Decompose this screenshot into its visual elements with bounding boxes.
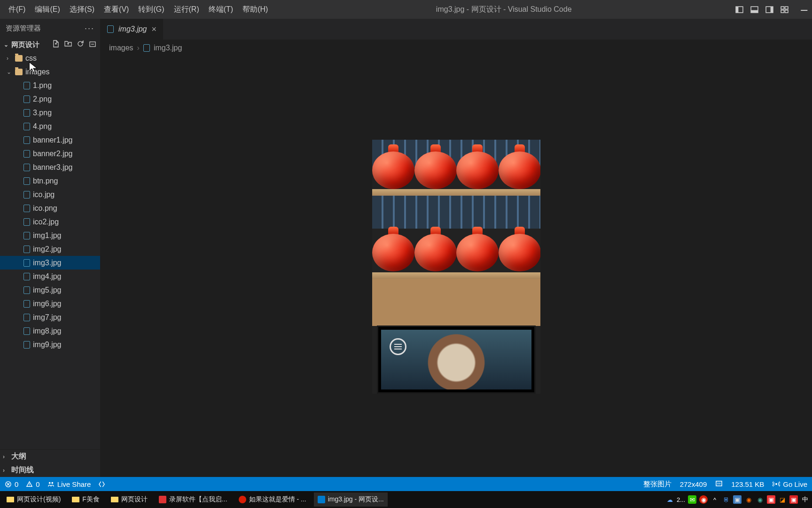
menu-help[interactable]: 帮助(H) (238, 2, 273, 17)
windows-taskbar: 网页设计(视频)F美食网页设计录屏软件【点我启...如果这就是爱情 - ...i… (0, 491, 812, 508)
tray-app3-icon[interactable]: ◉ (756, 495, 764, 504)
menu-icon (390, 338, 406, 355)
tray-app1-icon[interactable]: ▣ (733, 495, 742, 504)
taskbar-item[interactable]: 网页设计 (107, 492, 151, 507)
file-img2-jpg[interactable]: img2.jpg (0, 242, 100, 256)
svg-rect-7 (785, 7, 788, 9)
tray-shield-icon[interactable]: ⛨ (722, 495, 730, 504)
tray-cloud-icon[interactable]: ☁ (665, 495, 674, 504)
folder-icon (7, 497, 14, 502)
breadcrumb-file[interactable]: img3.jpg (154, 44, 182, 52)
explorer-sidebar: 资源管理器 ··· ⌄ 网页设计 › css ⌄ images (0, 19, 101, 477)
file-img3-jpg[interactable]: img3.jpg (0, 256, 100, 270)
status-filesize: 123.51 KB (731, 480, 764, 488)
breadcrumb[interactable]: images › img3.jpg (101, 40, 812, 56)
svg-rect-1 (736, 7, 738, 13)
tray-wechat-icon[interactable]: ✉ (688, 495, 696, 504)
tray-app6-icon[interactable]: ▣ (789, 495, 798, 504)
image-viewer[interactable] (101, 56, 812, 477)
svg-point-12 (49, 482, 51, 484)
folder-images[interactable]: ⌄ images (0, 65, 100, 79)
image-file-icon (23, 218, 30, 226)
collapse-icon[interactable] (89, 40, 96, 49)
tray-time[interactable]: 2... (677, 495, 685, 504)
close-icon[interactable]: × (151, 24, 156, 34)
tray-chevron-icon[interactable]: ^ (710, 495, 719, 504)
tab-img3[interactable]: img3.jpg × (101, 19, 163, 40)
file-1-png[interactable]: 1.png (0, 79, 100, 92)
file-ico2-jpg[interactable]: ico2.jpg (0, 215, 100, 229)
menu-view[interactable]: 查看(V) (99, 2, 133, 17)
status-bar: 0 0 Live Share 整张图片 272x409 123.51 KB Go… (0, 477, 812, 491)
file-ico-jpg[interactable]: ico.jpg (0, 188, 100, 201)
file-btn-png[interactable]: btn.png (0, 174, 100, 188)
menu-run[interactable]: 运行(R) (169, 2, 204, 17)
tray-app4-icon[interactable]: ▣ (767, 495, 775, 504)
toggle-secondary-sidebar-icon[interactable] (765, 5, 773, 14)
status-warnings[interactable]: 0 (26, 480, 39, 488)
tray-app2-icon[interactable]: ◉ (744, 495, 753, 504)
file-img5-jpg[interactable]: img5.jpg (0, 283, 100, 297)
file-img8-jpg[interactable]: img8.jpg (0, 324, 100, 338)
file-img7-jpg[interactable]: img7.jpg (0, 310, 100, 324)
tray-netease-icon[interactable]: ◉ (699, 495, 708, 504)
chevron-right-icon: › (3, 467, 8, 474)
file-img4-jpg[interactable]: img4.jpg (0, 270, 100, 283)
taskbar-item[interactable]: img3.jpg - 网页设... (314, 492, 388, 507)
window-title: img3.jpg - 网页设计 - Visual Studio Code (273, 5, 735, 15)
tray-app5-icon[interactable]: ◪ (778, 495, 787, 504)
file-4-png[interactable]: 4.png (0, 119, 100, 133)
tray-ime[interactable]: 中 (801, 495, 809, 504)
menu-selection[interactable]: 选择(S) (65, 2, 99, 17)
file-3-png[interactable]: 3.png (0, 106, 100, 119)
minimize-icon[interactable]: ‒ (800, 5, 808, 14)
menu-terminal[interactable]: 终端(T) (204, 2, 238, 17)
customize-layout-icon[interactable] (780, 5, 789, 14)
file-banner1-jpg[interactable]: banner1.jpg (0, 133, 100, 147)
new-folder-icon[interactable] (64, 40, 72, 49)
file-banner2-jpg[interactable]: banner2.jpg (0, 147, 100, 160)
menu-file[interactable]: 件(F) (4, 2, 30, 17)
file-tree: › css ⌄ images 1.png2.png3.png4.pngbanne… (0, 51, 100, 449)
file-2-png[interactable]: 2.png (0, 92, 100, 106)
image-file-icon (23, 164, 30, 171)
tab-label: img3.jpg (118, 25, 147, 33)
status-golive[interactable]: Go Live (773, 480, 807, 488)
outline-section[interactable]: › 大纲 (0, 450, 100, 463)
folder-icon (72, 497, 79, 502)
image-file-icon (23, 191, 30, 198)
editor-area: img3.jpg × images › img3.jpg (101, 19, 812, 477)
toggle-panel-icon[interactable] (750, 5, 758, 14)
taskbar-item[interactable]: F美食 (68, 492, 103, 507)
image-file-icon (23, 95, 30, 103)
file-img1-jpg[interactable]: img1.jpg (0, 229, 100, 242)
chevron-down-icon[interactable]: ⌄ (4, 41, 8, 48)
image-file-icon (107, 25, 114, 33)
timeline-section[interactable]: › 时间线 (0, 463, 100, 477)
taskbar-item[interactable]: 网页设计(视频) (3, 492, 64, 507)
file-banner3-jpg[interactable]: banner3.jpg (0, 160, 100, 174)
refresh-icon[interactable] (77, 40, 84, 49)
taskbar-item[interactable]: 录屏软件【点我启... (155, 492, 231, 507)
toggle-primary-sidebar-icon[interactable] (735, 5, 743, 14)
file-img9-jpg[interactable]: img9.jpg (0, 338, 100, 351)
taskbar-item[interactable]: 如果这就是爱情 - ... (235, 492, 310, 507)
status-dimensions: 272x409 (680, 480, 707, 488)
menu-go[interactable]: 转到(G) (133, 2, 169, 17)
image-file-icon (23, 259, 30, 267)
folder-css[interactable]: › css (0, 51, 100, 65)
file-img6-jpg[interactable]: img6.jpg (0, 297, 100, 310)
status-errors[interactable]: 0 (5, 480, 18, 488)
image-file-icon (23, 300, 30, 308)
tab-bar: img3.jpg × (101, 19, 812, 40)
status-prettier[interactable] (98, 481, 105, 488)
svg-rect-8 (781, 10, 784, 12)
image-file-icon (23, 314, 30, 321)
new-file-icon[interactable] (52, 40, 60, 49)
file-ico-png[interactable]: ico.png (0, 201, 100, 215)
explorer-more-icon[interactable]: ··· (85, 24, 94, 33)
status-liveshare[interactable]: Live Share (47, 480, 91, 488)
breadcrumb-folder[interactable]: images (109, 44, 133, 52)
status-binary-icon[interactable] (715, 480, 723, 489)
menu-edit[interactable]: 编辑(E) (30, 2, 64, 17)
